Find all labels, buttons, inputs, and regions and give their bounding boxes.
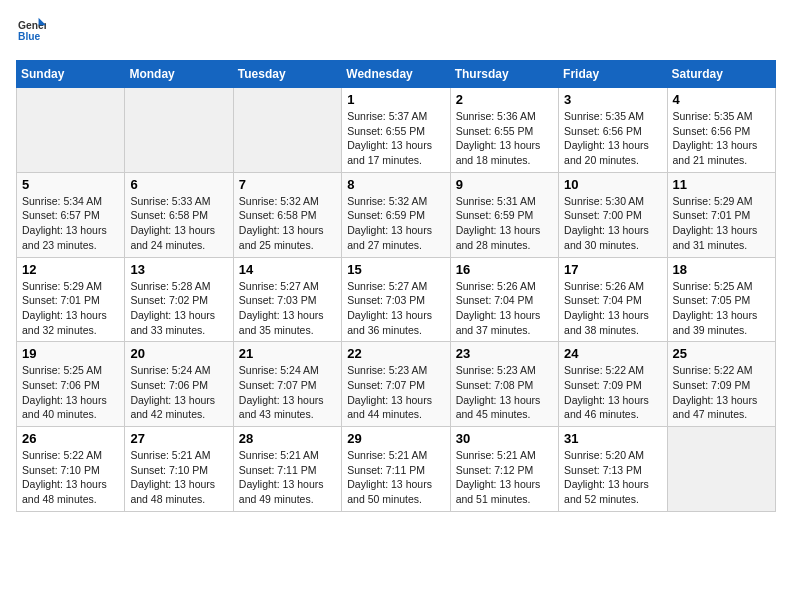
day-number: 31 [564, 431, 661, 446]
day-number: 29 [347, 431, 444, 446]
day-info: Sunrise: 5:27 AM Sunset: 7:03 PM Dayligh… [347, 279, 444, 338]
header-sunday: Sunday [17, 61, 125, 88]
day-info: Sunrise: 5:32 AM Sunset: 6:58 PM Dayligh… [239, 194, 336, 253]
day-number: 25 [673, 346, 770, 361]
day-info: Sunrise: 5:21 AM Sunset: 7:12 PM Dayligh… [456, 448, 553, 507]
calendar-cell: 14Sunrise: 5:27 AM Sunset: 7:03 PM Dayli… [233, 257, 341, 342]
day-number: 24 [564, 346, 661, 361]
svg-text:Blue: Blue [18, 31, 41, 42]
calendar-cell: 28Sunrise: 5:21 AM Sunset: 7:11 PM Dayli… [233, 427, 341, 512]
day-number: 26 [22, 431, 119, 446]
day-number: 5 [22, 177, 119, 192]
calendar-cell: 11Sunrise: 5:29 AM Sunset: 7:01 PM Dayli… [667, 172, 775, 257]
calendar-cell: 19Sunrise: 5:25 AM Sunset: 7:06 PM Dayli… [17, 342, 125, 427]
calendar-cell [667, 427, 775, 512]
day-info: Sunrise: 5:30 AM Sunset: 7:00 PM Dayligh… [564, 194, 661, 253]
calendar-cell: 22Sunrise: 5:23 AM Sunset: 7:07 PM Dayli… [342, 342, 450, 427]
day-info: Sunrise: 5:27 AM Sunset: 7:03 PM Dayligh… [239, 279, 336, 338]
logo: General Blue [16, 16, 46, 48]
day-number: 8 [347, 177, 444, 192]
day-number: 23 [456, 346, 553, 361]
day-info: Sunrise: 5:34 AM Sunset: 6:57 PM Dayligh… [22, 194, 119, 253]
day-number: 2 [456, 92, 553, 107]
calendar-cell: 6Sunrise: 5:33 AM Sunset: 6:58 PM Daylig… [125, 172, 233, 257]
calendar-cell: 30Sunrise: 5:21 AM Sunset: 7:12 PM Dayli… [450, 427, 558, 512]
day-number: 4 [673, 92, 770, 107]
day-info: Sunrise: 5:35 AM Sunset: 6:56 PM Dayligh… [564, 109, 661, 168]
day-number: 9 [456, 177, 553, 192]
calendar-cell: 9Sunrise: 5:31 AM Sunset: 6:59 PM Daylig… [450, 172, 558, 257]
day-info: Sunrise: 5:21 AM Sunset: 7:11 PM Dayligh… [347, 448, 444, 507]
calendar-cell: 20Sunrise: 5:24 AM Sunset: 7:06 PM Dayli… [125, 342, 233, 427]
day-number: 13 [130, 262, 227, 277]
calendar-cell: 13Sunrise: 5:28 AM Sunset: 7:02 PM Dayli… [125, 257, 233, 342]
calendar-cell: 4Sunrise: 5:35 AM Sunset: 6:56 PM Daylig… [667, 88, 775, 173]
day-info: Sunrise: 5:36 AM Sunset: 6:55 PM Dayligh… [456, 109, 553, 168]
day-number: 19 [22, 346, 119, 361]
calendar-cell: 25Sunrise: 5:22 AM Sunset: 7:09 PM Dayli… [667, 342, 775, 427]
day-number: 18 [673, 262, 770, 277]
calendar-cell: 27Sunrise: 5:21 AM Sunset: 7:10 PM Dayli… [125, 427, 233, 512]
header-tuesday: Tuesday [233, 61, 341, 88]
header-saturday: Saturday [667, 61, 775, 88]
calendar-cell: 5Sunrise: 5:34 AM Sunset: 6:57 PM Daylig… [17, 172, 125, 257]
calendar-cell: 10Sunrise: 5:30 AM Sunset: 7:00 PM Dayli… [559, 172, 667, 257]
calendar-cell: 24Sunrise: 5:22 AM Sunset: 7:09 PM Dayli… [559, 342, 667, 427]
day-info: Sunrise: 5:20 AM Sunset: 7:13 PM Dayligh… [564, 448, 661, 507]
header-wednesday: Wednesday [342, 61, 450, 88]
day-number: 16 [456, 262, 553, 277]
day-info: Sunrise: 5:35 AM Sunset: 6:56 PM Dayligh… [673, 109, 770, 168]
header-friday: Friday [559, 61, 667, 88]
calendar-cell: 2Sunrise: 5:36 AM Sunset: 6:55 PM Daylig… [450, 88, 558, 173]
day-info: Sunrise: 5:29 AM Sunset: 7:01 PM Dayligh… [673, 194, 770, 253]
day-info: Sunrise: 5:22 AM Sunset: 7:09 PM Dayligh… [564, 363, 661, 422]
day-info: Sunrise: 5:23 AM Sunset: 7:07 PM Dayligh… [347, 363, 444, 422]
calendar-cell: 8Sunrise: 5:32 AM Sunset: 6:59 PM Daylig… [342, 172, 450, 257]
calendar-cell: 21Sunrise: 5:24 AM Sunset: 7:07 PM Dayli… [233, 342, 341, 427]
day-info: Sunrise: 5:25 AM Sunset: 7:06 PM Dayligh… [22, 363, 119, 422]
day-number: 21 [239, 346, 336, 361]
header-monday: Monday [125, 61, 233, 88]
day-info: Sunrise: 5:24 AM Sunset: 7:07 PM Dayligh… [239, 363, 336, 422]
day-info: Sunrise: 5:28 AM Sunset: 7:02 PM Dayligh… [130, 279, 227, 338]
day-info: Sunrise: 5:21 AM Sunset: 7:10 PM Dayligh… [130, 448, 227, 507]
calendar-cell: 7Sunrise: 5:32 AM Sunset: 6:58 PM Daylig… [233, 172, 341, 257]
day-info: Sunrise: 5:25 AM Sunset: 7:05 PM Dayligh… [673, 279, 770, 338]
day-info: Sunrise: 5:23 AM Sunset: 7:08 PM Dayligh… [456, 363, 553, 422]
day-number: 30 [456, 431, 553, 446]
week-row-2: 5Sunrise: 5:34 AM Sunset: 6:57 PM Daylig… [17, 172, 776, 257]
calendar-cell: 26Sunrise: 5:22 AM Sunset: 7:10 PM Dayli… [17, 427, 125, 512]
calendar-cell [125, 88, 233, 173]
calendar-cell: 1Sunrise: 5:37 AM Sunset: 6:55 PM Daylig… [342, 88, 450, 173]
calendar-cell: 16Sunrise: 5:26 AM Sunset: 7:04 PM Dayli… [450, 257, 558, 342]
day-info: Sunrise: 5:33 AM Sunset: 6:58 PM Dayligh… [130, 194, 227, 253]
day-number: 27 [130, 431, 227, 446]
day-number: 22 [347, 346, 444, 361]
day-info: Sunrise: 5:22 AM Sunset: 7:09 PM Dayligh… [673, 363, 770, 422]
calendar-cell: 23Sunrise: 5:23 AM Sunset: 7:08 PM Dayli… [450, 342, 558, 427]
calendar-cell: 17Sunrise: 5:26 AM Sunset: 7:04 PM Dayli… [559, 257, 667, 342]
day-info: Sunrise: 5:37 AM Sunset: 6:55 PM Dayligh… [347, 109, 444, 168]
day-number: 15 [347, 262, 444, 277]
week-row-1: 1Sunrise: 5:37 AM Sunset: 6:55 PM Daylig… [17, 88, 776, 173]
calendar-cell [233, 88, 341, 173]
calendar-table: SundayMondayTuesdayWednesdayThursdayFrid… [16, 60, 776, 512]
day-number: 20 [130, 346, 227, 361]
page-header: General Blue [16, 16, 776, 48]
calendar-cell: 18Sunrise: 5:25 AM Sunset: 7:05 PM Dayli… [667, 257, 775, 342]
day-number: 10 [564, 177, 661, 192]
week-row-5: 26Sunrise: 5:22 AM Sunset: 7:10 PM Dayli… [17, 427, 776, 512]
logo-icon: General Blue [18, 16, 46, 44]
day-info: Sunrise: 5:31 AM Sunset: 6:59 PM Dayligh… [456, 194, 553, 253]
calendar-header-row: SundayMondayTuesdayWednesdayThursdayFrid… [17, 61, 776, 88]
day-info: Sunrise: 5:29 AM Sunset: 7:01 PM Dayligh… [22, 279, 119, 338]
day-number: 7 [239, 177, 336, 192]
day-info: Sunrise: 5:26 AM Sunset: 7:04 PM Dayligh… [456, 279, 553, 338]
day-info: Sunrise: 5:24 AM Sunset: 7:06 PM Dayligh… [130, 363, 227, 422]
day-number: 11 [673, 177, 770, 192]
day-number: 6 [130, 177, 227, 192]
calendar-cell [17, 88, 125, 173]
day-number: 3 [564, 92, 661, 107]
calendar-cell: 29Sunrise: 5:21 AM Sunset: 7:11 PM Dayli… [342, 427, 450, 512]
day-number: 28 [239, 431, 336, 446]
